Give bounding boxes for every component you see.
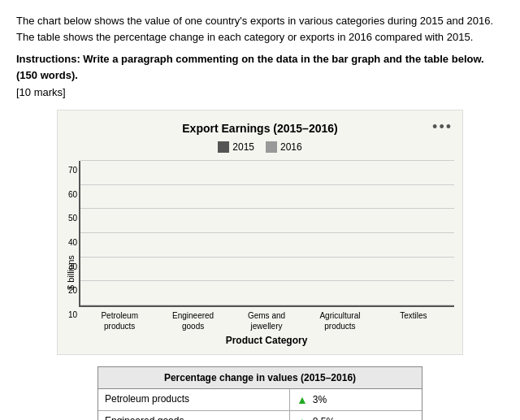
legend-box-2016 bbox=[266, 141, 277, 153]
value-engineered: 8.5% bbox=[313, 416, 335, 420]
table-cell-value-engineered: ▲ 8.5% bbox=[290, 411, 422, 420]
table-header: Percentage change in values (2015–2016) bbox=[98, 367, 422, 389]
x-axis-title: Product Category bbox=[79, 335, 454, 346]
x-label-agricultural: Agriculturalproducts bbox=[306, 310, 374, 331]
legend-label-2015: 2015 bbox=[232, 141, 254, 153]
arrow-up-engineered: ▲ bbox=[297, 415, 308, 420]
marks-text: [10 marks] bbox=[16, 86, 504, 98]
x-label-gems: Gems andjewellery bbox=[232, 310, 301, 331]
chart-inner: 10 20 30 40 50 60 bbox=[79, 161, 454, 346]
chart-container: ••• Export Earnings (2015–2016) 2015 201… bbox=[57, 110, 463, 355]
arrow-up-petroleum: ▲ bbox=[297, 393, 308, 406]
legend-item-2016: 2016 bbox=[266, 141, 302, 153]
table-cell-name-petroleum: Petroleum products bbox=[98, 389, 290, 410]
intro-paragraph: The chart below shows the value of one c… bbox=[16, 13, 504, 45]
y-tick-50: 50 bbox=[58, 214, 77, 223]
y-tick-60: 60 bbox=[58, 189, 77, 198]
y-tick-20: 20 bbox=[58, 286, 77, 295]
table-row-petroleum: Petroleum products ▲ 3% bbox=[98, 389, 422, 411]
y-tick-40: 40 bbox=[58, 238, 77, 247]
legend-item-2015: 2015 bbox=[218, 141, 254, 153]
y-tick-10: 10 bbox=[58, 310, 77, 319]
chart-legend: 2015 2016 bbox=[66, 141, 454, 153]
table-row-engineered: Engineered goods ▲ 8.5% bbox=[98, 411, 422, 420]
y-tick-30: 30 bbox=[58, 262, 77, 271]
more-options-icon[interactable]: ••• bbox=[432, 119, 453, 136]
x-axis-labels: Petroleumproducts Engineeredgoods Gems a… bbox=[79, 307, 454, 331]
table-cell-value-petroleum: ▲ 3% bbox=[290, 389, 422, 410]
value-petroleum: 3% bbox=[313, 394, 327, 405]
chart-body: $ billions 10 20 30 40 bbox=[66, 161, 454, 346]
x-label-engineered: Engineeredgoods bbox=[158, 310, 227, 331]
legend-label-2016: 2016 bbox=[280, 141, 302, 153]
x-label-textiles: Textiles bbox=[379, 310, 448, 331]
chart-plot-area: 10 20 30 40 50 60 bbox=[79, 161, 454, 307]
legend-box-2015 bbox=[218, 141, 229, 153]
y-tick-70: 70 bbox=[58, 166, 77, 175]
instructions-text: Instructions: Write a paragraph commenti… bbox=[16, 51, 504, 83]
table-cell-name-engineered: Engineered goods bbox=[98, 411, 290, 420]
x-label-petroleum: Petroleumproducts bbox=[85, 310, 154, 331]
percentage-table: Percentage change in values (2015–2016) … bbox=[98, 366, 422, 420]
bars-container bbox=[80, 161, 454, 305]
chart-title: Export Earnings (2015–2016) bbox=[66, 122, 454, 135]
